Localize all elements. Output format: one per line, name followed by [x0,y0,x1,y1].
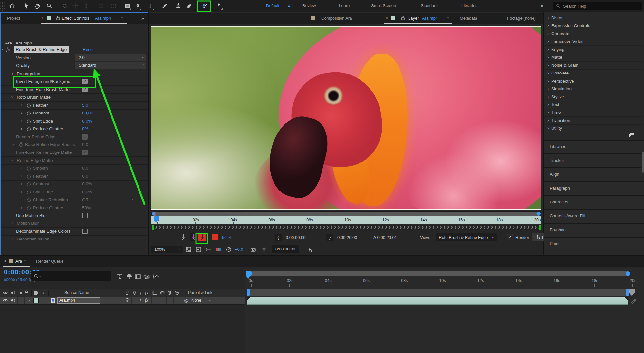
scrollbar-thumb[interactable] [154,212,539,216]
panel-bar-paragraph[interactable]: Paragraph [544,181,644,195]
label-tag-icon[interactable] [34,290,39,296]
effects-category-keying[interactable]: ›Keying [544,46,643,54]
draft-3d-icon[interactable] [126,273,133,280]
property-value[interactable]: 5,0 [82,103,88,108]
twirl-icon[interactable]: › [21,119,22,123]
effect-header-row[interactable]: › fx Roto Brush & Refine Edge Reset [1,46,148,54]
roto-brush-tool-icon[interactable] [200,1,209,11]
lock-icon[interactable] [24,290,30,296]
panel-bar-paint[interactable]: Paint [544,237,644,250]
type-tool-icon[interactable]: T [146,1,155,11]
twirl-icon[interactable]: › [547,15,549,20]
effect-row[interactable]: Use Motion Blur [1,212,148,220]
effect-row[interactable]: ›Base Refine Edge Radius0,0 [1,141,148,149]
effects-category-text[interactable]: ›Text [544,101,643,109]
twirl-icon[interactable]: › [12,142,14,147]
unified-camera-tool-icon[interactable] [70,1,80,11]
overlay-opacity-value[interactable]: 50 % [222,230,232,244]
tab-timeline-ara[interactable]: Ara [15,259,22,264]
twirl-icon[interactable]: › [21,111,22,115]
twirl-icon[interactable]: › [28,298,30,303]
dolly-tool-icon[interactable] [81,1,91,11]
rectangle-tool-icon[interactable] [122,1,132,11]
twirl-icon[interactable]: › [547,55,549,59]
effect-row[interactable]: ›Refine Edge Matte [1,157,148,165]
alpha-view-icon[interactable] [181,230,186,244]
alpha-overlay-icon[interactable] [198,230,206,244]
twirl-icon[interactable]: › [547,79,549,83]
eye-icon[interactable] [3,298,8,303]
stopwatch-icon[interactable] [26,166,31,172]
in-point-time[interactable]: 0:00:00:00 [286,230,305,244]
effect-row[interactable]: ›Roto Brush Matte [1,93,148,102]
stopwatch-icon[interactable] [26,197,31,203]
comp-mini-flowchart-icon[interactable] [116,273,124,280]
panel-bar-align[interactable]: Align [544,167,644,181]
tab-footage[interactable]: Footage (none) [507,16,536,21]
view-dropdown[interactable]: Roto Brush & Refine Edge› [436,233,497,241]
twirl-icon[interactable]: › [21,126,22,131]
stopwatch-icon[interactable] [26,190,31,196]
camera-frame-tool-icon[interactable] [108,1,118,11]
frame-blend-switch-icon[interactable] [152,290,158,296]
stopwatch-icon[interactable] [26,111,31,117]
effect-row[interactable]: ›Feather0,0 [1,172,148,181]
effects-category-simulation[interactable]: ›Simulation [544,85,643,93]
workspace-tab-default[interactable]: Default [266,0,279,12]
layer-row[interactable]: › 1 Ara.mp4 / fx @ None › [0,297,245,305]
effects-category-utility[interactable]: ›Utility [544,124,643,132]
panel-menu-icon[interactable]: ≡ [24,259,26,264]
viewer-time-ruler[interactable]: 0s02s04s06s08s10s12s14s16s18s20s [151,216,541,224]
twirl-icon[interactable]: › [12,71,13,76]
shy-switch-icon[interactable] [124,290,130,296]
twirl-icon[interactable]: › [547,47,549,52]
effect-row[interactable]: Version2.0› [1,54,148,62]
twirl-icon[interactable]: › [21,205,22,210]
tab-composition[interactable]: Composition Ara [321,16,352,21]
layer-source-name[interactable]: Ara.mp4 [57,297,100,304]
work-area-end-handle[interactable] [626,289,629,296]
scrollbar-right-cap[interactable] [537,212,541,216]
close-icon[interactable]: × [4,259,6,264]
timeline-scrollbar[interactable] [247,271,631,276]
guides-options-icon[interactable] [205,244,211,255]
fx-switch-icon[interactable]: fx [145,290,148,296]
stopwatch-icon[interactable] [19,142,24,148]
dropdown[interactable]: Standard› [75,62,146,69]
panel-corner-icon[interactable] [629,133,634,138]
timeline-search-input[interactable]: › [31,271,111,281]
effect-row[interactable]: Fine-tune Refine Edge Matte✓ [1,149,148,157]
toolbar-grip[interactable] [0,1,5,11]
quality-switch-icon[interactable]: \ [140,290,141,296]
workspace-tab-learn[interactable]: Learn [339,0,350,12]
twirl-icon[interactable]: › [547,31,549,36]
effects-category-matte[interactable]: ›Matte [544,54,643,62]
effects-category-generate[interactable]: ›Generate [544,30,643,38]
effects-category-noise-grain[interactable]: ›Noise & Grain [544,62,643,70]
eraser-tool-icon[interactable] [184,1,194,11]
propagation-strip[interactable]: ››››››››››››››››››››››››››››››››››››››››… [151,225,541,230]
twirl-icon[interactable]: › [21,103,22,107]
parent-pickwhip-icon[interactable]: @ [184,298,189,303]
effects-category-distort[interactable]: ›Distort [544,14,643,22]
selection-tool-icon[interactable] [22,1,32,11]
layer-duration-bar[interactable] [247,297,628,305]
layer-options-icon[interactable] [630,298,636,304]
motion-blur-switch-icon[interactable] [160,290,166,296]
twirl-icon[interactable]: › [547,110,549,114]
twirl-icon[interactable]: › [547,118,549,123]
checkbox[interactable] [82,213,88,218]
3d-switch-icon[interactable] [174,290,180,296]
viewer-scrollbar[interactable] [151,211,541,216]
effects-category-perspective[interactable]: ›Perspective [544,77,643,85]
workspace-menu-icon[interactable]: ≡ [288,0,291,12]
workspace-overflow-icon[interactable]: » [541,0,543,12]
fast-previews-icon[interactable] [307,244,313,255]
collapse-switch-icon[interactable] [132,290,138,296]
property-value[interactable]: 80,0% [82,111,94,115]
twirl-icon[interactable]: › [547,63,549,67]
transparency-grid-icon[interactable] [186,244,191,255]
effect-row[interactable]: QualityStandard› [1,62,148,70]
brush-tool-icon[interactable] [160,1,169,11]
close-icon[interactable]: × [385,15,388,21]
